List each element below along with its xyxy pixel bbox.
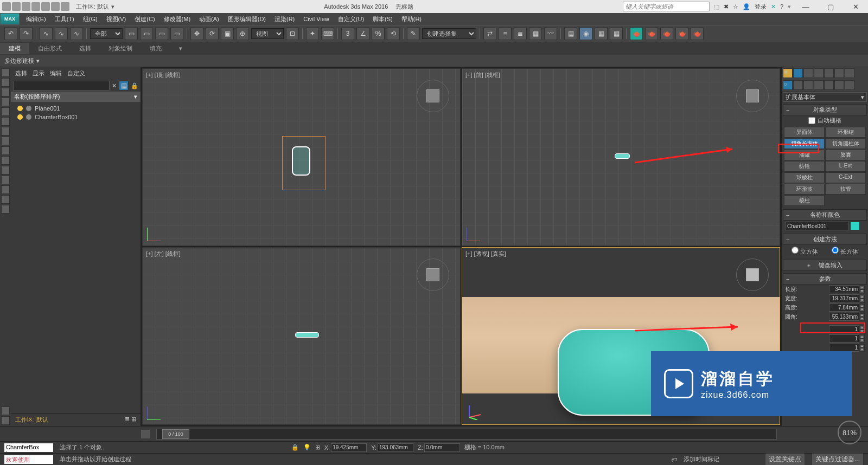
menu-tools[interactable]: 工具(T) [50, 14, 79, 24]
width-input[interactable] [829, 294, 859, 302]
viewcube[interactable] [417, 259, 449, 291]
max-logo-icon[interactable]: MAX [0, 13, 20, 25]
visibility-icon[interactable] [17, 106, 23, 111]
help-icon[interactable]: ? [780, 3, 783, 10]
spinner-up[interactable]: ▲ [859, 286, 865, 289]
render-preset-button[interactable]: 🫖 [675, 27, 688, 40]
select-button[interactable]: ▭ [125, 27, 138, 40]
left-tool-filter[interactable] [1, 406, 10, 415]
obj-chamfercyl[interactable]: 切角圆柱体 [825, 138, 866, 149]
workspace-label[interactable]: 工作区: 默认 [76, 3, 109, 11]
obj-lext[interactable]: L-Ext [825, 161, 866, 172]
layers-button[interactable]: ≣ [514, 27, 527, 40]
script-listener-2[interactable]: 欢迎使用 MAXSc: [4, 455, 53, 464]
left-tool-12[interactable] [1, 176, 10, 184]
new-icon[interactable] [12, 2, 21, 11]
ribbon-tab-selection[interactable]: 选择 [71, 43, 100, 54]
subcategory-dropdown[interactable]: 扩展基本体▾ [783, 92, 867, 102]
obj-hedra[interactable]: 异面体 [784, 127, 825, 138]
subscription-icon[interactable]: ⬚ [714, 3, 719, 10]
render-last-button[interactable]: 🫖 [691, 27, 704, 40]
menu-animation[interactable]: 动画(A) [195, 14, 224, 24]
selection-filter[interactable]: 全部 [90, 28, 123, 39]
select-region-button[interactable]: ▭ [155, 27, 168, 40]
seg2-input[interactable] [829, 334, 859, 343]
left-tool-15[interactable] [1, 205, 10, 214]
scene-list-header[interactable]: 名称(按降序排序)▾ [11, 92, 141, 102]
rollout-params[interactable]: −参数 [783, 273, 867, 285]
obj-capsule[interactable]: 胶囊 [825, 150, 866, 160]
ribbon-collapse-icon[interactable]: ▾ [170, 43, 191, 54]
snap-toggle-button[interactable]: 3 [341, 27, 354, 40]
viewcube[interactable] [736, 80, 769, 112]
key-filters-button[interactable]: 关键点过滤器... [812, 453, 864, 466]
mirror-button[interactable]: ⇄ [483, 27, 496, 40]
view-toggle-icon[interactable]: ▤ [119, 81, 129, 91]
display-tab-icon[interactable] [824, 68, 834, 78]
autogrid-checkbox[interactable] [808, 117, 815, 125]
viewport-front[interactable]: [+] [前] [线框] [462, 68, 780, 246]
menu-edit[interactable]: 编辑(E) [22, 14, 50, 24]
render-setup-button[interactable]: ▦ [595, 27, 608, 40]
height-input[interactable] [829, 303, 859, 312]
obj-chamferbox[interactable]: 切角长方体 [784, 138, 825, 149]
left-tool-3[interactable] [1, 88, 10, 96]
obj-prism[interactable]: 棱柱 [784, 195, 825, 206]
user-icon[interactable]: 👤 [743, 3, 750, 10]
hierarchy-tab-icon[interactable] [803, 68, 813, 78]
named-selset-edit-button[interactable]: ✎ [407, 27, 420, 40]
bind-button[interactable]: ∿ [70, 27, 83, 40]
material-editor-button[interactable]: ◉ [579, 27, 592, 40]
rollout-keyboard[interactable]: + 键盘输入 [783, 260, 867, 271]
placement-button[interactable]: ⊕ [236, 27, 249, 40]
obj-ringwave[interactable]: 环形波 [784, 184, 825, 195]
menu-grapheditors[interactable]: 图形编辑器(D) [224, 14, 270, 24]
render-frame-button[interactable]: ▦ [610, 27, 623, 40]
project-icon[interactable] [61, 2, 69, 11]
scene-tab-display[interactable]: 显示 [33, 69, 44, 78]
unlink-button[interactable]: ∿ [55, 27, 68, 40]
left-tool-14[interactable] [1, 195, 10, 204]
ribbon-toggle-button[interactable]: ▦ [529, 27, 542, 40]
spinner-up[interactable]: ▲ [859, 335, 865, 339]
spinner-down[interactable]: ▼ [859, 299, 865, 302]
geometry-icon[interactable]: ○ [783, 80, 793, 90]
undo-icon[interactable] [41, 2, 50, 11]
keyboard-shortcut-button[interactable]: ⌨ [321, 27, 334, 40]
spinner-up[interactable]: ▲ [859, 326, 865, 330]
rotate-button[interactable]: ⟳ [206, 27, 219, 40]
isolate-icon[interactable]: 💡 [303, 444, 311, 451]
seg3-input[interactable] [829, 344, 859, 352]
left-tool-5[interactable] [1, 107, 10, 116]
spinner-up[interactable]: ▲ [859, 313, 865, 317]
minimize-button[interactable]: — [795, 0, 816, 13]
ref-coord-dropdown[interactable]: 视图 [251, 28, 284, 39]
time-tag-icon[interactable]: 🏷 [671, 456, 677, 463]
scene-item-plane[interactable]: Plane001 [13, 104, 138, 113]
spinner-down[interactable]: ▼ [859, 289, 865, 293]
scene-search-input[interactable] [13, 81, 110, 91]
manipulate-button[interactable]: ✦ [306, 27, 319, 40]
layers-icon[interactable]: ≣ [125, 416, 130, 422]
spinner-down[interactable]: ▼ [859, 317, 865, 321]
redo-icon[interactable] [51, 2, 60, 11]
exchange-icon[interactable]: ✖ [724, 3, 729, 10]
viewcube[interactable] [417, 80, 449, 112]
coord-y-input[interactable] [378, 443, 413, 452]
lights-icon[interactable] [803, 80, 813, 90]
seg1-input[interactable] [829, 325, 859, 333]
rollout-creation-method[interactable]: −创建方法 [783, 234, 867, 245]
spinner-down[interactable]: ▼ [859, 348, 865, 352]
set-key-button[interactable]: 设置关键点 [765, 453, 805, 466]
pivot-button[interactable]: ⊡ [286, 27, 299, 40]
redo-button[interactable]: ↷ [20, 27, 33, 40]
spacewarps-icon[interactable] [834, 80, 844, 90]
left-tool-7[interactable] [1, 127, 10, 135]
menu-create[interactable]: 创建(C) [130, 14, 159, 24]
percent-snap-button[interactable]: % [372, 27, 385, 40]
left-tool-8[interactable] [1, 137, 10, 145]
workspace-footer-label[interactable]: 工作区: 默认 [15, 416, 48, 424]
obj-hose[interactable]: 软管 [825, 184, 866, 195]
render-iterative-button[interactable]: 🫖 [645, 27, 658, 40]
favorite-icon[interactable]: ☆ [733, 3, 738, 10]
